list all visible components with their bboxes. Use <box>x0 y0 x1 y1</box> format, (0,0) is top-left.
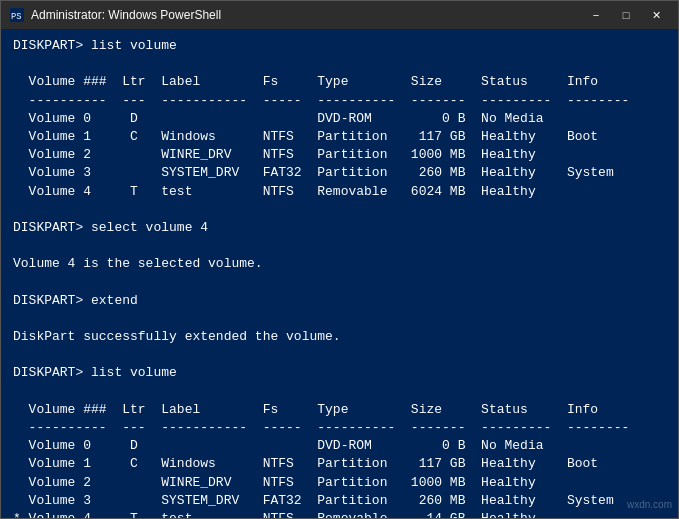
svg-text:PS: PS <box>11 12 22 22</box>
terminal-line: Volume 4 is the selected volume. <box>13 255 666 273</box>
terminal-line: ---------- --- ----------- ----- -------… <box>13 419 666 437</box>
terminal-line <box>13 201 666 219</box>
terminal-line: Volume 1 C Windows NTFS Partition 117 GB… <box>13 455 666 473</box>
terminal-line <box>13 55 666 73</box>
terminal-line: ---------- --- ----------- ----- -------… <box>13 92 666 110</box>
terminal-line: DISKPART> list volume <box>13 364 666 382</box>
terminal-line: Volume 3 SYSTEM_DRV FAT32 Partition 260 … <box>13 492 666 510</box>
window-title: Administrator: Windows PowerShell <box>31 8 576 22</box>
terminal-output[interactable]: DISKPART> list volume Volume ### Ltr Lab… <box>1 29 678 518</box>
terminal-line <box>13 273 666 291</box>
terminal-line: DiskPart successfully extended the volum… <box>13 328 666 346</box>
window: PS Administrator: Windows PowerShell − □… <box>0 0 679 519</box>
terminal-line <box>13 310 666 328</box>
terminal-line: * Volume 4 T test NTFS Removable 14 GB H… <box>13 510 666 518</box>
terminal-line: Volume 3 SYSTEM_DRV FAT32 Partition 260 … <box>13 164 666 182</box>
terminal-line: Volume ### Ltr Label Fs Type Size Status… <box>13 73 666 91</box>
terminal-line: Volume ### Ltr Label Fs Type Size Status… <box>13 401 666 419</box>
terminal-line: DISKPART> extend <box>13 292 666 310</box>
terminal-line: Volume 1 C Windows NTFS Partition 117 GB… <box>13 128 666 146</box>
maximize-button[interactable]: □ <box>612 5 640 25</box>
terminal-line <box>13 383 666 401</box>
terminal-line: DISKPART> select volume 4 <box>13 219 666 237</box>
terminal-line: Volume 0 D DVD-ROM 0 B No Media <box>13 110 666 128</box>
terminal-line: Volume 4 T test NTFS Removable 6024 MB H… <box>13 183 666 201</box>
terminal-line: Volume 2 WINRE_DRV NTFS Partition 1000 M… <box>13 146 666 164</box>
terminal-line: DISKPART> list volume <box>13 37 666 55</box>
terminal-line: Volume 0 D DVD-ROM 0 B No Media <box>13 437 666 455</box>
window-controls: − □ ✕ <box>582 5 670 25</box>
watermark: wxdn.com <box>627 498 672 512</box>
terminal-line <box>13 237 666 255</box>
minimize-button[interactable]: − <box>582 5 610 25</box>
powershell-icon: PS <box>9 7 25 23</box>
close-button[interactable]: ✕ <box>642 5 670 25</box>
terminal-line <box>13 346 666 364</box>
terminal-line: Volume 2 WINRE_DRV NTFS Partition 1000 M… <box>13 474 666 492</box>
title-bar: PS Administrator: Windows PowerShell − □… <box>1 1 678 29</box>
